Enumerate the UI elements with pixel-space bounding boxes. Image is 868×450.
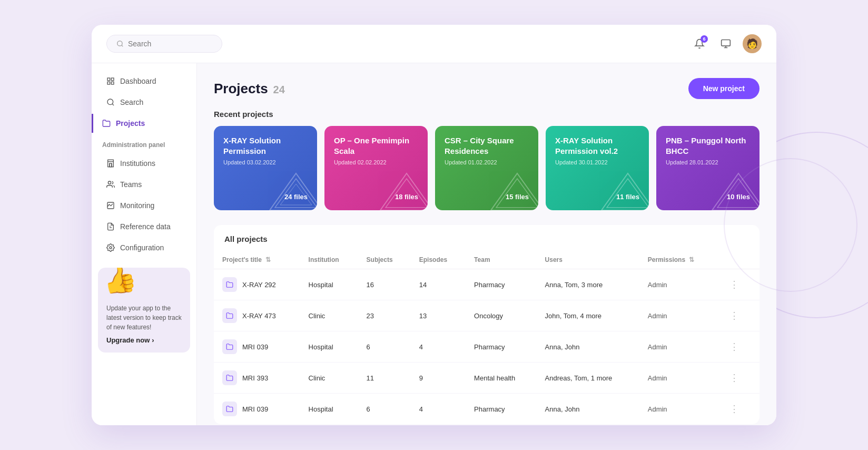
sidebar-item-projects[interactable]: Projects <box>92 114 192 133</box>
topbar: 6 🧑 <box>92 25 776 63</box>
cell-subjects: 16 <box>358 269 411 300</box>
card-title: X-RAY Solution Permission vol.2 <box>555 135 639 156</box>
recent-card-3[interactable]: X-RAY Solution Permission vol.2 Updated … <box>546 126 649 210</box>
cell-institution: Hospital <box>300 269 358 300</box>
main-layout: Dashboard Search Projects Administration… <box>92 63 776 425</box>
monitor-button[interactable] <box>716 34 735 53</box>
grid-icon <box>106 77 115 85</box>
search-input[interactable] <box>128 40 212 48</box>
project-name: MRI 039 <box>242 343 268 351</box>
sort-icon: ⇅ <box>689 256 694 263</box>
new-project-button[interactable]: New project <box>688 78 760 99</box>
more-options-button[interactable]: ⋮ <box>725 370 743 386</box>
folder-icon <box>102 119 111 128</box>
cell-team: Pharmacy <box>466 394 537 425</box>
recent-projects-section: Recent projects X-RAY Solution Permissio… <box>214 110 760 210</box>
cell-users: Anna, Tom, 3 more <box>537 269 639 300</box>
card-files: 18 files <box>334 193 418 201</box>
recent-card-4[interactable]: PNB – Punggol North BHCC Updated 28.01.2… <box>656 126 760 210</box>
cell-team: Mental health <box>466 363 537 394</box>
more-options-button[interactable]: ⋮ <box>725 308 743 324</box>
card-title: PNB – Punggol North BHCC <box>666 135 750 156</box>
folder-icon <box>222 402 237 416</box>
card-bg-shape <box>264 168 317 210</box>
cell-more[interactable]: ⋮ <box>717 300 760 331</box>
sidebar-item-monitoring[interactable]: Monitoring <box>96 196 192 215</box>
recent-card-2[interactable]: CSR – City Square Residences Updated 01.… <box>435 126 538 210</box>
cell-episodes: 9 <box>411 363 466 394</box>
card-date: Updated 28.01.2022 <box>666 159 750 165</box>
cell-subjects: 11 <box>358 363 411 394</box>
sidebar-item-label: Monitoring <box>120 201 154 210</box>
cell-more[interactable]: ⋮ <box>717 363 760 394</box>
more-options-button[interactable]: ⋮ <box>725 277 743 292</box>
notification-button[interactable]: 6 <box>690 34 709 53</box>
more-options-button[interactable]: ⋮ <box>725 339 743 355</box>
folder-icon <box>222 339 237 354</box>
projects-header: Projects 24 New project <box>214 78 760 99</box>
cell-team: Oncology <box>466 300 537 331</box>
upgrade-card-text: Update your app to the latest version to… <box>106 304 182 332</box>
topbar-actions: 6 🧑 <box>690 34 762 53</box>
sidebar-item-teams[interactable]: Teams <box>96 175 192 194</box>
table-row[interactable]: X-RAY 473 Clinic 23 13 Oncology John, To… <box>214 300 760 331</box>
folder-icon <box>222 370 237 385</box>
svg-rect-7 <box>111 82 114 84</box>
col-header-subjects: Subjects <box>358 251 411 269</box>
card-title: OP – One Pemimpin Scala <box>334 135 418 156</box>
chart-icon <box>106 201 115 210</box>
cell-name: X-RAY 473 <box>214 300 300 331</box>
cell-episodes: 4 <box>411 331 466 363</box>
sidebar-item-label: Institutions <box>120 159 155 168</box>
table-row[interactable]: MRI 393 Clinic 11 9 Mental health Andrea… <box>214 363 760 394</box>
sidebar-item-label: Reference data <box>120 222 171 231</box>
sort-icon: ⇅ <box>265 256 271 263</box>
file-icon <box>106 222 115 231</box>
card-bg-shape <box>707 168 760 210</box>
table-row[interactable]: MRI 039 Hospital 6 4 Pharmacy Anna, John… <box>214 394 760 425</box>
recent-card-0[interactable]: X-RAY Solution Permission Updated 03.02.… <box>214 126 317 210</box>
all-projects-section: All projects Project's title ⇅ Instituti… <box>214 225 760 424</box>
cell-subjects: 6 <box>358 331 411 363</box>
card-files: 10 files <box>666 193 750 201</box>
cell-more[interactable]: ⋮ <box>717 269 760 300</box>
table-row[interactable]: MRI 039 Hospital 6 4 Pharmacy Anna, John… <box>214 331 760 363</box>
recent-card-1[interactable]: OP – One Pemimpin Scala Updated 02.02.20… <box>324 126 428 210</box>
cell-users: Anna, John <box>537 331 639 363</box>
sidebar-item-reference-data[interactable]: Reference data <box>96 217 192 236</box>
card-date: Updated 30.01.2022 <box>555 159 639 165</box>
card-files: 11 files <box>555 193 639 201</box>
notification-badge: 6 <box>701 35 708 43</box>
arrow-right-icon: › <box>152 336 154 344</box>
cell-institution: Hospital <box>300 331 358 363</box>
card-date: Updated 02.02.2022 <box>334 159 418 165</box>
more-options-button[interactable]: ⋮ <box>725 401 743 417</box>
search-icon <box>116 40 124 47</box>
main-content: Projects 24 New project Recent projects … <box>197 63 776 425</box>
recent-projects-title: Recent projects <box>214 110 760 119</box>
sidebar-item-institutions[interactable]: Institutions <box>96 154 192 173</box>
sidebar-item-search[interactable]: Search <box>96 93 192 112</box>
card-files: 24 files <box>223 193 308 201</box>
col-header-actions <box>717 251 760 269</box>
search-bar[interactable] <box>106 35 222 53</box>
col-header-episodes: Episodes <box>411 251 466 269</box>
cell-name: MRI 393 <box>214 363 300 394</box>
card-bg-shape <box>596 168 649 210</box>
cell-more[interactable]: ⋮ <box>717 331 760 363</box>
table-row[interactable]: X-RAY 292 Hospital 16 14 Pharmacy Anna, … <box>214 269 760 300</box>
avatar[interactable]: 🧑 <box>743 34 762 53</box>
cell-more[interactable]: ⋮ <box>717 394 760 425</box>
upgrade-now-button[interactable]: Upgrade now › <box>106 336 154 344</box>
col-header-institution: Institution <box>300 251 358 269</box>
svg-line-10 <box>112 104 114 105</box>
cell-users: Anna, John <box>537 394 639 425</box>
project-name: MRI 393 <box>242 374 268 382</box>
cell-episodes: 14 <box>411 269 466 300</box>
svg-rect-14 <box>110 163 112 167</box>
projects-table: Project's title ⇅ Institution Subjects E… <box>214 251 760 424</box>
col-header-permissions[interactable]: Permissions ⇅ <box>639 251 717 269</box>
sidebar-item-dashboard[interactable]: Dashboard <box>96 72 192 91</box>
col-header-title[interactable]: Project's title ⇅ <box>214 251 300 269</box>
sidebar-item-configuration[interactable]: Configuration <box>96 238 192 257</box>
